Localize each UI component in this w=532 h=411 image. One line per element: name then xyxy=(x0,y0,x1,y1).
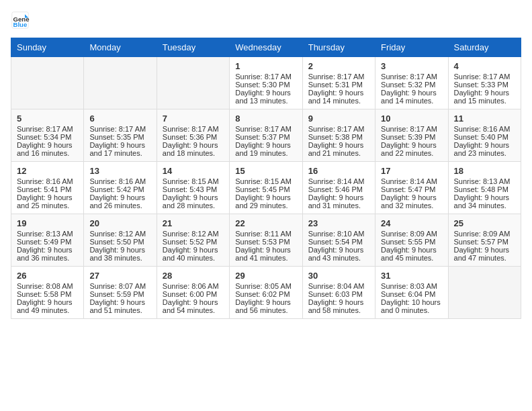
day-number: 15 xyxy=(235,166,296,176)
day-header-monday: Monday xyxy=(84,38,157,57)
day-header-thursday: Thursday xyxy=(302,38,375,57)
calendar-cell: 21Sunrise: 8:12 AMSunset: 5:52 PMDayligh… xyxy=(157,214,229,267)
day-number: 11 xyxy=(454,113,515,124)
calendar: SundayMondayTuesdayWednesdayThursdayFrid… xyxy=(11,38,521,319)
day-header-sunday: Sunday xyxy=(11,38,84,57)
day-number: 6 xyxy=(89,113,150,124)
day-info-line: Sunset: 5:34 PM xyxy=(17,133,78,141)
calendar-cell: 3Sunrise: 8:17 AMSunset: 5:32 PMDaylight… xyxy=(375,57,448,109)
day-info-line: Sunrise: 8:08 AM xyxy=(17,282,78,290)
day-info-line: Daylight: 9 hours xyxy=(308,298,369,306)
day-info-line: and 58 minutes. xyxy=(308,306,369,314)
calendar-cell: 20Sunrise: 8:12 AMSunset: 5:50 PMDayligh… xyxy=(84,214,157,267)
day-info-line: and 22 minutes. xyxy=(381,149,442,157)
day-info-line: Sunrise: 8:17 AM xyxy=(381,125,442,133)
day-header-wednesday: Wednesday xyxy=(230,38,302,57)
day-info-line: Sunrise: 8:07 AM xyxy=(89,282,150,290)
day-info-line: Sunset: 5:35 PM xyxy=(89,133,150,141)
calendar-cell: 22Sunrise: 8:11 AMSunset: 5:53 PMDayligh… xyxy=(230,214,302,267)
day-info-line: Sunset: 5:57 PM xyxy=(454,238,515,246)
svg-text:Blue: Blue xyxy=(13,21,28,28)
day-info-line: and 25 minutes. xyxy=(17,201,78,210)
day-info-line: and 15 minutes. xyxy=(454,97,515,105)
day-info-line: Sunset: 6:00 PM xyxy=(163,290,224,298)
day-info-line: Sunrise: 8:17 AM xyxy=(308,125,369,133)
calendar-cell: 25Sunrise: 8:09 AMSunset: 5:57 PMDayligh… xyxy=(448,214,521,267)
day-info-line: Daylight: 9 hours xyxy=(381,193,442,201)
calendar-week-row: 5Sunrise: 8:17 AMSunset: 5:34 PMDaylight… xyxy=(11,109,521,162)
day-info-line: Daylight: 9 hours xyxy=(308,246,369,254)
day-info-line: Daylight: 9 hours xyxy=(381,141,442,149)
day-info-line: and 32 minutes. xyxy=(381,201,442,210)
day-info-line: and 56 minutes. xyxy=(235,306,296,314)
day-info-line: and 54 minutes. xyxy=(163,306,224,314)
day-number: 1 xyxy=(235,61,296,71)
day-number: 10 xyxy=(381,113,442,124)
day-info-line: Sunrise: 8:14 AM xyxy=(381,177,442,185)
calendar-cell: 15Sunrise: 8:15 AMSunset: 5:45 PMDayligh… xyxy=(230,162,302,214)
day-info-line: Sunset: 5:45 PM xyxy=(235,185,296,193)
day-info-line: and 14 minutes. xyxy=(381,97,442,105)
calendar-cell: 29Sunrise: 8:05 AMSunset: 6:02 PMDayligh… xyxy=(230,267,302,319)
day-info-line: Daylight: 9 hours xyxy=(454,246,515,254)
day-number: 26 xyxy=(17,271,78,281)
day-number: 30 xyxy=(308,271,369,281)
calendar-cell: 31Sunrise: 8:03 AMSunset: 6:04 PMDayligh… xyxy=(375,267,448,319)
day-info-line: Sunset: 5:58 PM xyxy=(17,290,78,298)
day-info-line: Daylight: 9 hours xyxy=(89,246,150,254)
day-info-line: Sunset: 5:50 PM xyxy=(89,238,150,246)
day-number: 16 xyxy=(308,166,369,176)
day-info-line: and 31 minutes. xyxy=(308,201,369,210)
day-info-line: Sunset: 5:37 PM xyxy=(235,133,296,141)
day-info-line: Sunrise: 8:10 AM xyxy=(308,230,369,238)
day-info-line: Daylight: 9 hours xyxy=(454,141,515,149)
calendar-cell: 2Sunrise: 8:17 AMSunset: 5:31 PMDaylight… xyxy=(302,57,375,109)
day-info-line: and 38 minutes. xyxy=(89,254,150,262)
day-number: 27 xyxy=(89,271,150,281)
day-info-line: Daylight: 9 hours xyxy=(308,141,369,149)
calendar-cell: 24Sunrise: 8:09 AMSunset: 5:55 PMDayligh… xyxy=(375,214,448,267)
day-info-line: Sunrise: 8:12 AM xyxy=(89,230,150,238)
day-info-line: Sunset: 5:43 PM xyxy=(163,185,224,193)
day-info-line: and 19 minutes. xyxy=(235,149,296,157)
calendar-cell: 14Sunrise: 8:15 AMSunset: 5:43 PMDayligh… xyxy=(157,162,229,214)
day-info-line: Daylight: 9 hours xyxy=(454,89,515,97)
day-info-line: Daylight: 9 hours xyxy=(163,246,224,254)
day-info-line: and 14 minutes. xyxy=(308,97,369,105)
day-info-line: Daylight: 9 hours xyxy=(89,298,150,306)
calendar-cell: 27Sunrise: 8:07 AMSunset: 5:59 PMDayligh… xyxy=(84,267,157,319)
calendar-cell: 18Sunrise: 8:13 AMSunset: 5:48 PMDayligh… xyxy=(448,162,521,214)
calendar-cell: 7Sunrise: 8:17 AMSunset: 5:36 PMDaylight… xyxy=(157,109,229,162)
calendar-cell xyxy=(84,57,157,109)
day-info-line: and 34 minutes. xyxy=(454,201,515,210)
calendar-cell: 17Sunrise: 8:14 AMSunset: 5:47 PMDayligh… xyxy=(375,162,448,214)
day-info-line: and 0 minutes. xyxy=(381,306,442,314)
day-info-line: Sunset: 5:36 PM xyxy=(163,133,224,141)
day-info-line: Sunrise: 8:17 AM xyxy=(235,125,296,133)
day-info-line: and 29 minutes. xyxy=(235,201,296,210)
day-info-line: and 40 minutes. xyxy=(163,254,224,262)
day-info-line: Daylight: 9 hours xyxy=(235,298,296,306)
day-info-line: Sunrise: 8:03 AM xyxy=(381,282,442,290)
day-info-line: Daylight: 9 hours xyxy=(235,246,296,254)
day-info-line: Sunset: 5:32 PM xyxy=(381,81,442,89)
day-info-line: Sunset: 5:48 PM xyxy=(454,185,515,193)
day-info-line: Daylight: 9 hours xyxy=(163,298,224,306)
day-number: 31 xyxy=(381,271,442,281)
calendar-week-row: 1Sunrise: 8:17 AMSunset: 5:30 PMDaylight… xyxy=(11,57,521,109)
logo: General Blue xyxy=(11,11,32,30)
day-info-line: Sunrise: 8:15 AM xyxy=(163,177,224,185)
day-number: 23 xyxy=(308,218,369,228)
day-info-line: Daylight: 9 hours xyxy=(235,89,296,97)
day-info-line: Sunset: 6:02 PM xyxy=(235,290,296,298)
day-info-line: Sunset: 5:53 PM xyxy=(235,238,296,246)
day-info-line: Sunset: 5:33 PM xyxy=(454,81,515,89)
day-info-line: Sunset: 5:41 PM xyxy=(17,185,78,193)
calendar-cell: 12Sunrise: 8:16 AMSunset: 5:41 PMDayligh… xyxy=(11,162,84,214)
day-header-saturday: Saturday xyxy=(448,38,521,57)
calendar-cell: 13Sunrise: 8:16 AMSunset: 5:42 PMDayligh… xyxy=(84,162,157,214)
day-number: 18 xyxy=(454,166,515,176)
day-info-line: Sunset: 5:40 PM xyxy=(454,133,515,141)
day-info-line: Sunset: 5:30 PM xyxy=(235,81,296,89)
day-info-line: Daylight: 9 hours xyxy=(454,193,515,201)
